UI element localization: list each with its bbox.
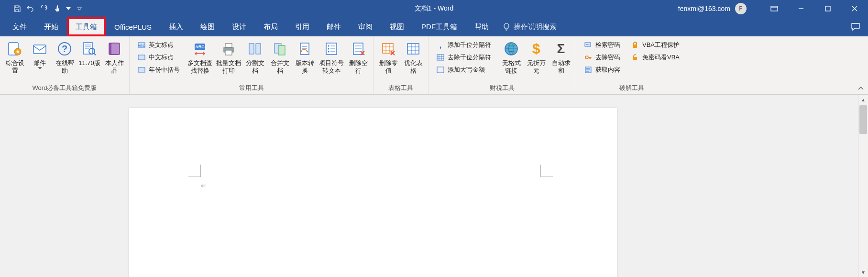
comma-icon: , bbox=[436, 41, 445, 49]
no-password-vba-button[interactable]: 免密码看VBA bbox=[628, 52, 682, 63]
works-icon bbox=[106, 40, 123, 57]
close-button[interactable] bbox=[841, 0, 868, 17]
add-cn-amount-button[interactable]: 添加大写金额 bbox=[433, 64, 496, 76]
touch-mode-button[interactable] bbox=[52, 3, 63, 14]
content-icon bbox=[584, 66, 593, 74]
gear-doc-icon bbox=[6, 40, 23, 57]
vertical-scrollbar[interactable]: ▲ ▼ bbox=[858, 95, 868, 277]
svg-rect-1 bbox=[825, 6, 830, 11]
tab-insert[interactable]: 插入 bbox=[160, 17, 192, 36]
svg-rect-21 bbox=[249, 44, 254, 54]
tab-help[interactable]: 帮助 bbox=[466, 17, 497, 36]
svg-rect-19 bbox=[225, 44, 232, 47]
merge-doc-button[interactable]: 合并文档 bbox=[268, 38, 292, 77]
svg-text:$: $ bbox=[532, 41, 540, 56]
bullets-to-text-button[interactable]: 项目符号转文本 bbox=[318, 38, 345, 77]
search-pwd-icon: *** bbox=[584, 41, 593, 49]
remove-thousand-sep-button[interactable]: 去除千位分隔符 bbox=[433, 52, 496, 63]
lightbulb-icon bbox=[502, 22, 511, 31]
delete-blank-lines-button[interactable]: 删除空行 bbox=[346, 38, 370, 77]
svg-rect-24 bbox=[278, 45, 285, 55]
multi-doc-replace-button[interactable]: ABC 多文档查找替换 bbox=[186, 38, 214, 77]
comprehensive-settings-button[interactable]: 综合设置 bbox=[3, 38, 27, 77]
tab-layout[interactable]: 布局 bbox=[255, 17, 286, 36]
tab-pdftoolbox[interactable]: PDF工具箱 bbox=[413, 17, 466, 36]
tab-review[interactable]: 审阅 bbox=[350, 17, 381, 36]
comments-button[interactable] bbox=[850, 21, 861, 33]
group-label: 破解工具 bbox=[579, 83, 684, 94]
get-content-button[interactable]: 获取内容 bbox=[581, 64, 623, 76]
year-bracket-button[interactable]: 年份中括号 bbox=[134, 64, 183, 76]
chevron-up-icon bbox=[857, 86, 864, 90]
tab-references[interactable]: 引用 bbox=[286, 17, 318, 36]
remove-password-button[interactable]: 去除密码 bbox=[581, 52, 623, 63]
find-password-button[interactable]: ***检索密码 bbox=[581, 39, 623, 51]
tab-home[interactable]: 开始 bbox=[35, 17, 67, 36]
ribbon: 综合设置 邮件 ? 在线帮助 11.70版 本人作品 Word必备工具箱免费版 bbox=[0, 36, 868, 95]
svg-text:ABC: ABC bbox=[195, 44, 205, 49]
convert-icon bbox=[296, 40, 313, 57]
svg-point-29 bbox=[328, 51, 330, 53]
cn-currency-icon bbox=[436, 66, 445, 74]
tab-mailings[interactable]: 邮件 bbox=[318, 17, 350, 36]
replace-icon: ABC bbox=[191, 40, 209, 57]
sigma-icon: Σ bbox=[552, 40, 570, 57]
page[interactable]: ↵ bbox=[129, 108, 617, 277]
title-right: fenxmi@163.com F bbox=[678, 0, 868, 17]
en-punct-button[interactable]: ABC英文标点 bbox=[134, 39, 183, 51]
svg-rect-34 bbox=[437, 55, 444, 60]
key-icon bbox=[584, 53, 593, 62]
vba-protect-button[interactable]: VBA工程保护 bbox=[628, 39, 682, 51]
group-label: 表格工具 bbox=[376, 83, 425, 94]
svg-rect-32 bbox=[407, 44, 419, 54]
group-table-tools: 删除零值 优化表格 表格工具 bbox=[374, 36, 429, 94]
save-button[interactable] bbox=[11, 3, 23, 14]
mail-button[interactable]: 邮件 bbox=[28, 38, 52, 71]
svg-rect-22 bbox=[256, 44, 261, 54]
tab-officeplus[interactable]: OfficePLUS bbox=[106, 17, 160, 36]
my-works-button[interactable]: 本人作品 bbox=[102, 38, 126, 77]
tab-toolbox[interactable]: 工具箱 bbox=[67, 17, 106, 36]
optimize-table-button[interactable]: 优化表格 bbox=[401, 38, 425, 77]
redo-button[interactable] bbox=[38, 3, 50, 14]
svg-text:***: *** bbox=[586, 44, 590, 46]
margin-corner-icon bbox=[188, 165, 201, 177]
tab-design[interactable]: 设计 bbox=[223, 17, 255, 36]
tab-draw[interactable]: 绘图 bbox=[192, 17, 223, 36]
scroll-down-button[interactable]: ▼ bbox=[858, 267, 868, 277]
delete-zero-button[interactable]: 删除零值 bbox=[376, 38, 400, 77]
scroll-thumb[interactable] bbox=[859, 105, 867, 134]
split-doc-button[interactable]: 分割文档 bbox=[243, 38, 267, 77]
customize-qat-button[interactable] bbox=[74, 3, 85, 14]
svg-rect-15 bbox=[138, 67, 145, 72]
tell-me-search[interactable]: 操作说明搜索 bbox=[502, 17, 557, 36]
chevron-down-icon bbox=[38, 67, 42, 69]
touch-dropdown-icon[interactable] bbox=[65, 3, 72, 14]
svg-rect-0 bbox=[771, 6, 778, 11]
version-convert-button[interactable]: 版本转换 bbox=[293, 38, 317, 77]
undo-button[interactable] bbox=[25, 3, 36, 14]
online-help-button[interactable]: ? 在线帮助 bbox=[53, 38, 77, 77]
add-thousand-sep-button[interactable]: ,添加千位分隔符 bbox=[433, 39, 496, 51]
lock-icon bbox=[631, 41, 639, 49]
minimize-button[interactable] bbox=[788, 0, 814, 17]
maximize-button[interactable] bbox=[814, 0, 841, 17]
cn-punct-button[interactable]: 中文标点 bbox=[134, 52, 183, 63]
no-format-link-button[interactable]: 无格式链接 bbox=[499, 38, 523, 77]
tab-file[interactable]: 文件 bbox=[4, 17, 35, 36]
group-finance-tools: ,添加千位分隔符 去除千位分隔符 添加大写金额 无格式链接 $ 元折万元 Σ 自… bbox=[429, 36, 576, 94]
scroll-up-button[interactable]: ▲ bbox=[858, 95, 868, 104]
version-button[interactable]: 11.70版 bbox=[77, 38, 101, 69]
tab-view[interactable]: 视图 bbox=[381, 17, 413, 36]
ribbon-tabs: 文件 开始 工具箱 OfficePLUS 插入 绘图 设计 布局 引用 邮件 审… bbox=[0, 17, 868, 36]
doc-name: 文档1 bbox=[415, 4, 432, 12]
split-icon bbox=[246, 40, 264, 57]
yuan-to-wan-button[interactable]: $ 元折万元 bbox=[524, 38, 548, 77]
collapse-ribbon-button[interactable] bbox=[856, 84, 866, 92]
user-email[interactable]: fenxmi@163.com bbox=[678, 5, 730, 12]
batch-print-button[interactable]: 批量文档打印 bbox=[215, 38, 242, 77]
avatar[interactable]: F bbox=[735, 3, 747, 14]
ribbon-display-button[interactable] bbox=[761, 0, 788, 17]
auto-sum-button[interactable]: Σ 自动求和 bbox=[549, 38, 573, 77]
svg-text:ABC: ABC bbox=[138, 44, 145, 48]
